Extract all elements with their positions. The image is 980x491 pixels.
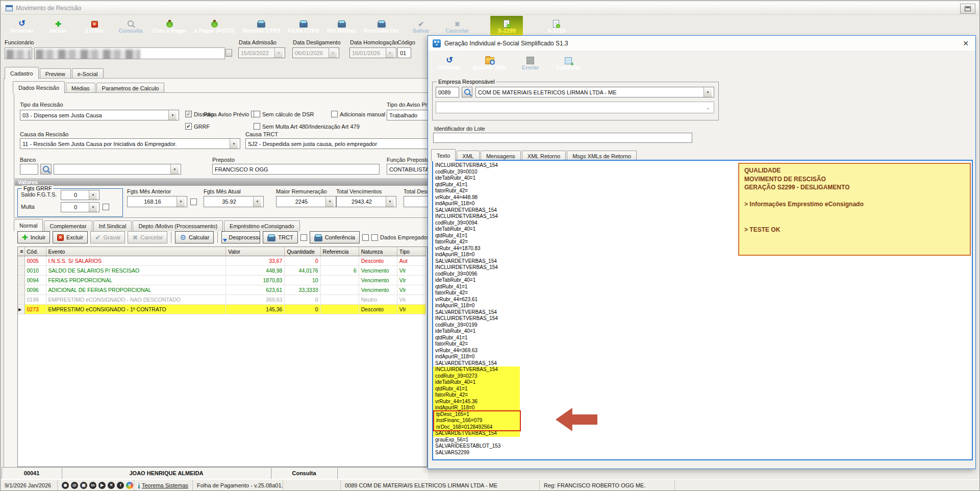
tab-e-social[interactable]: e-Social [72,68,104,79]
esocial-toolbar-consulta-button[interactable]: Consulta [552,53,585,71]
codigo-label: Código [397,39,415,45]
empresa-combo[interactable]: COM DE MATERIAIS ELETRICOS LIRMAN LTDA -… [475,87,714,97]
esocial-toolbar-retornar-button[interactable]: ↺Retornar [433,53,466,71]
facebook-icon[interactable]: f [117,482,124,489]
cell-evento: FERIAS PROPORCIONAL [46,276,226,285]
incluir-button[interactable]: ✚Incluir [17,231,50,243]
toolbar-retorno-ctps-button[interactable]: Retorno CTPS [240,16,283,34]
funcionario-code-field[interactable] [5,47,32,59]
main-toolbar: ↺Retornar✚IncluirExcluirConsultaCtas a P… [2,15,978,35]
tab-emprestimo-econsignado[interactable]: Empréstimo eConsignado [224,220,300,231]
grid-option-checkbox[interactable] [362,234,369,241]
texto-memo[interactable]: QUALIDADEMOVIMENTO DE RESCISÃOGERAÇÃO S2… [432,160,973,460]
grid-header-quantidade[interactable]: Quantidade [285,247,320,256]
table-row[interactable]: 0005I.N.S.S. S/ SALARIOS33,670DescontoAu… [18,256,426,266]
grid-header-cod[interactable]: Cód. [24,247,46,256]
desprocessar-button[interactable]: Desprocessar [221,231,260,243]
tab-cadastro[interactable]: Cadastro [5,67,39,79]
funcionario-name-field[interactable] [34,47,225,59]
sem-multa-checkbox[interactable]: Sem Multa Art 480/Indenização Art 479 [254,123,360,130]
funcionario-lookup-button[interactable] [225,49,232,57]
table-row[interactable]: ▶0273EMPRESTIMO eCONSIGNADO - 1º CONTRAT… [18,305,426,314]
brand-link[interactable]: Teorema Sistemas [142,482,188,488]
youtube-icon[interactable]: ▶ [98,482,106,489]
table-row[interactable]: 0010SALDO DE SALARIOS P/ RESCISAO448,984… [18,266,426,276]
toolbar-s-1210-button[interactable]: S-1210 [540,16,572,34]
google-icon[interactable]: G [126,482,133,489]
eventos-grid[interactable]: ≣Cód.EventoValorQuantidadeReferenciaNatu… [17,247,428,467]
grid-option-checkbox[interactable] [300,234,307,241]
close-icon[interactable] [961,39,971,47]
empresa-search-button[interactable] [462,87,472,97]
table-row[interactable]: 0199EMPRESTIMO eCONSIGNADO - NAO DESCONT… [18,295,426,305]
maior-remuneracao-field[interactable]: 2245▼ [276,196,336,207]
tab-texto[interactable]: Texto [431,149,456,161]
saldo-fgts-field[interactable]: 0▼ [61,190,99,200]
chevron-down-icon: ▼ [168,110,177,120]
data-admissao-field[interactable]: 15/03/2022▼ [238,47,285,58]
grid-header-referencia[interactable]: Referencia [320,247,359,256]
fgts-mes-anterior-field[interactable]: 168.16▼ [127,196,187,207]
toolbar-ficha-ctps-button[interactable]: Ficha CTPS [286,16,321,34]
tab-preview[interactable]: Preview [40,68,71,79]
memo-line: ideTabRubr_40=1 [433,277,972,284]
toolbar-excluir-button[interactable]: Excluir [78,16,111,34]
fgts-mes-anterior-checkbox[interactable] [190,199,197,205]
table-row[interactable]: 0094FERIAS PROPORCIONAL1870,8310Vencimen… [18,276,426,285]
banco-search-button[interactable] [40,164,52,175]
conferencia-button[interactable]: Conferência [310,231,360,243]
table-row[interactable]: 0096ADICIONAL DE FERIAS PROPORCIONAL623,… [18,285,426,295]
tipo-aviso-combo[interactable]: Trabalhado [387,110,431,120]
lote-field[interactable] [433,133,692,143]
instagram-icon[interactable]: ▣ [80,482,87,489]
at-icon[interactable]: @ [71,482,78,489]
sem-dsr-checkbox[interactable]: Sem cálculo de DSR [254,111,314,117]
fgts-mes-atual-field[interactable]: 35.92▼ [204,196,264,207]
button-label: Gravar [104,234,121,240]
tab-medias[interactable]: Médias [66,83,95,93]
linkedin-icon[interactable]: in [89,482,96,489]
paga-aviso-checkbox[interactable]: Paga Aviso Prévio [204,111,258,117]
preposto-field[interactable]: FRANCISCO R OGG [212,164,380,175]
window-restore-button[interactable] [960,4,975,14]
tab-inf-sindical[interactable]: Inf.Sindical [93,220,132,231]
trct-button[interactable]: TRCT [263,231,297,243]
banco-code-field[interactable] [20,164,38,175]
tab-depto-motivo-processamento[interactable]: Depto /Motivo (Processamento) [133,220,223,231]
toolbar-rel-medias-button[interactable]: Rel Médias [325,16,358,34]
tab-parametros-de-calculo[interactable]: Parametros de Calculo [96,83,165,93]
grid-header-evento[interactable]: Evento [46,247,226,256]
x-icon[interactable]: ✕ [108,482,115,489]
grid-header-valor[interactable]: Valor [226,247,285,256]
banco-combo[interactable]: ▼ [54,164,181,175]
tab-normal[interactable]: Normal [14,219,43,231]
calcular-button[interactable]: ⚙Calcular [175,231,214,243]
toolbar-s-2299-button[interactable]: S-2299 [490,16,523,34]
grid-header-natureza[interactable]: Natureza [359,247,397,256]
toolbar-ctas-a-pagar-button[interactable]: Ctas a Pagar [150,16,189,34]
grrf-checkbox[interactable]: GRRF [185,123,210,130]
data-desligamento-field[interactable]: 06/01/2026▼ [292,47,339,58]
empresa-code-field[interactable]: 0089 [436,87,459,97]
data-homologacao-field[interactable]: 16/01/2026▼ [349,47,396,58]
grid-header-tipo[interactable]: Tipo [397,247,425,256]
causa-trct-combo[interactable]: SJ2 - Despedida sem justa causa, pelo em… [245,138,434,149]
tipo-rescisao-combo[interactable]: 03 - Dispensa sem Justa Causa▼ [20,110,179,120]
secondary-combo[interactable]: ⌄ [436,102,714,113]
excluir-button[interactable]: Excluir [53,231,88,243]
multa-checkbox[interactable] [103,204,109,210]
toolbar-incluir-button[interactable]: ✚Incluir [42,16,74,34]
funcao-preposto-field[interactable]: CONTABILISTA [387,164,433,175]
codigo-field[interactable]: 01 [397,47,411,58]
causa-rescisao-combo[interactable]: 11 - Rescisão Sem Justa Causa por Inicia… [20,138,240,149]
tab-complementar[interactable]: Complementar [44,220,92,231]
toolbar-rescisao-det-button[interactable]: Rescisão Det [362,16,401,34]
esocial-toolbar-assinar-xml-button[interactable]: Assinar XML [471,53,509,71]
toolbar-retornar-button[interactable]: ↺Retornar [6,16,38,34]
multa-field[interactable]: 0▼ [61,202,99,212]
adicionais-manual-checkbox[interactable]: Adicionais manual [331,111,385,117]
toolbar-a-pagar-fgts-button[interactable]: a Pagar (FGTS) [192,16,237,34]
github-icon[interactable]: ◉ [62,482,69,489]
tab-dados-rescisao[interactable]: Dados Rescisão [13,81,65,93]
total-vencimentos-field[interactable]: 2943.42▼ [336,196,396,207]
